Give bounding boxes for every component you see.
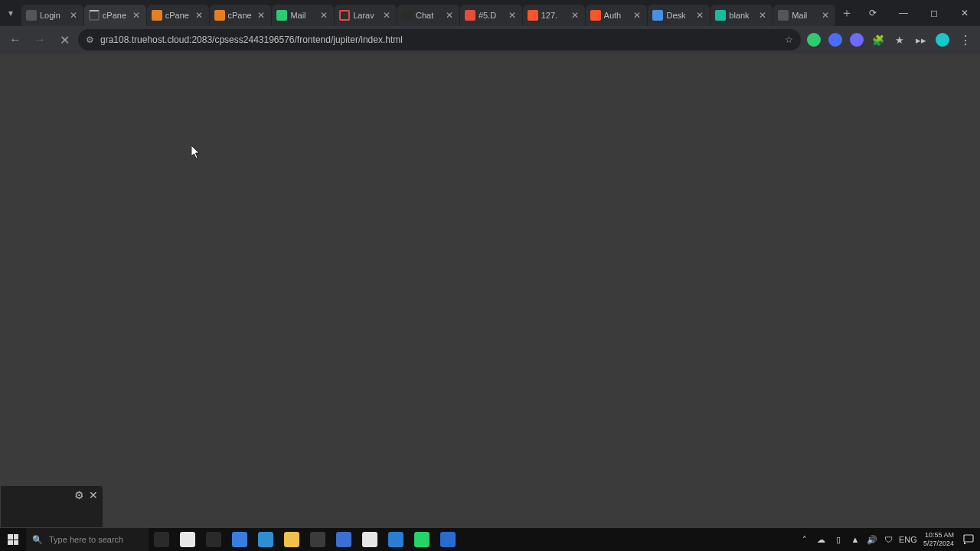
taskbar-app-app-white[interactable]: [175, 528, 201, 551]
tab-close-icon[interactable]: ✕: [381, 10, 392, 21]
taskbar-app-cortana[interactable]: [149, 528, 175, 551]
tray-security-icon[interactable]: 🛡: [880, 528, 897, 551]
app-white-icon: [180, 532, 195, 547]
tab-search-button[interactable]: ▾: [0, 0, 21, 26]
tab-close-icon[interactable]: ✕: [820, 10, 831, 21]
favicon-icon: [402, 10, 413, 21]
taskbar-search[interactable]: 🔍 Type here to search: [26, 528, 149, 551]
tab-close-icon[interactable]: ✕: [131, 10, 142, 21]
tray-wifi-icon[interactable]: ▲: [847, 528, 864, 551]
tab-close-icon[interactable]: ✕: [570, 10, 580, 21]
tab-5[interactable]: Larav✕: [335, 5, 397, 26]
taskbar-app-store[interactable]: [305, 528, 331, 551]
tab-title: 127.: [541, 11, 567, 20]
tray-overflow[interactable]: ˄: [796, 528, 813, 551]
search-icon: 🔍: [32, 535, 43, 545]
svg-rect-0: [964, 535, 973, 542]
toolbar: ← → ✕ ⚙ gra108.truehost.cloud:2083/cpses…: [0, 26, 980, 54]
mail-icon: [336, 532, 351, 547]
tab-11[interactable]: blank✕: [710, 5, 773, 26]
favicon-icon: [152, 10, 162, 21]
extension-profile[interactable]: [933, 30, 952, 50]
taskbar-app-word[interactable]: [435, 528, 461, 551]
back-button[interactable]: ←: [5, 29, 26, 51]
taskbar-clock[interactable]: 10:55 AM 5/27/2024: [919, 531, 959, 548]
action-center-button[interactable]: [959, 528, 978, 551]
favicon-icon: [528, 10, 538, 21]
taskbar-app-file-explorer[interactable]: [279, 528, 305, 551]
tab-title: Larav: [353, 11, 378, 20]
tab-8[interactable]: 127.✕: [523, 5, 585, 26]
bookmark-icon[interactable]: ☆: [785, 34, 793, 45]
extension-ext-6[interactable]: ▸▸: [911, 30, 931, 50]
maximize-button[interactable]: ◻: [919, 0, 949, 26]
tray-onedrive-icon[interactable]: ☁: [813, 528, 830, 551]
minimize-button[interactable]: —: [888, 0, 919, 26]
tab-close-icon[interactable]: ✕: [444, 10, 455, 21]
tray-battery-icon[interactable]: ▯: [830, 528, 847, 551]
taskbar-app-whatsapp[interactable]: [409, 528, 435, 551]
address-bar[interactable]: ⚙ gra108.truehost.cloud:2083/cpsess24431…: [78, 29, 801, 51]
extension-ext-1[interactable]: [804, 30, 824, 50]
vscode-icon: [388, 532, 403, 547]
tab-12[interactable]: Mail✕: [773, 5, 835, 26]
taskbar-app-chrome[interactable]: [357, 528, 383, 551]
favicon-icon: [465, 10, 475, 21]
tab-9[interactable]: Auth✕: [586, 5, 648, 26]
tab-4[interactable]: Mail✕: [272, 5, 334, 26]
close-window-button[interactable]: ✕: [949, 0, 980, 26]
tab-title: cPane: [228, 11, 253, 20]
tab-3[interactable]: cPane✕: [210, 5, 272, 26]
tab-0[interactable]: Login✕: [21, 5, 83, 26]
download-close-icon[interactable]: ✕: [89, 489, 98, 501]
tab-1[interactable]: cPane✕: [84, 5, 146, 26]
task-view-icon: [206, 532, 221, 547]
tab-title: Login: [40, 11, 65, 20]
start-button[interactable]: [0, 528, 26, 551]
site-info-icon[interactable]: ⚙: [86, 34, 94, 45]
tray-volume-icon[interactable]: 🔊: [864, 528, 880, 551]
tab-close-icon[interactable]: ✕: [256, 10, 266, 21]
tab-close-icon[interactable]: ✕: [694, 10, 705, 21]
browser-menu-button[interactable]: ⋮: [956, 33, 975, 47]
extension-ext-puzzle[interactable]: 🧩: [868, 30, 888, 50]
new-tab-button[interactable]: ＋: [836, 0, 858, 26]
browser-window: ▾ Login✕cPane✕cPane✕cPane✕Mail✕Larav✕Cha…: [0, 0, 980, 551]
download-shelf: ⚙ ✕: [0, 485, 103, 528]
tab-close-icon[interactable]: ✕: [507, 10, 518, 21]
url-text: gra108.truehost.cloud:2083/cpsess2443196…: [100, 34, 779, 45]
taskbar-app-mail[interactable]: [331, 528, 357, 551]
taskbar-app-edge[interactable]: [253, 528, 279, 551]
taskbar-app-task-view[interactable]: [201, 528, 227, 551]
tab-title: Desk: [666, 11, 691, 20]
tray-language[interactable]: ENG: [897, 528, 919, 551]
restore-dropdown[interactable]: ⟳: [858, 0, 888, 26]
tab-2[interactable]: cPane✕: [147, 5, 209, 26]
whatsapp-icon: [414, 532, 430, 547]
extension-ext-2[interactable]: [825, 30, 845, 50]
tab-close-icon[interactable]: ✕: [632, 10, 642, 21]
tab-close-icon[interactable]: ✕: [318, 10, 329, 21]
reload-button[interactable]: ✕: [54, 29, 75, 51]
tab-close-icon[interactable]: ✕: [194, 10, 204, 21]
download-settings-icon[interactable]: ⚙: [74, 489, 84, 501]
tab-close-icon[interactable]: ✕: [757, 10, 768, 21]
taskbar-apps: [149, 528, 461, 551]
favicon-icon: [339, 10, 350, 21]
extension-ext-3[interactable]: [847, 30, 867, 50]
chrome-icon: [362, 532, 377, 547]
extension-ext-5[interactable]: ★: [890, 30, 910, 50]
word-icon: [440, 532, 456, 547]
favicon-icon: [590, 10, 601, 21]
favicon-icon: [778, 10, 789, 21]
tab-close-icon[interactable]: ✕: [68, 10, 79, 21]
favicon-icon: [715, 10, 726, 21]
tab-6[interactable]: Chat✕: [397, 5, 459, 26]
tab-7[interactable]: #5.D✕: [460, 5, 522, 26]
tab-10[interactable]: Desk✕: [648, 5, 710, 26]
forward-button[interactable]: →: [29, 29, 51, 51]
taskbar-app-vscode[interactable]: [383, 528, 409, 551]
taskbar-app-copilot[interactable]: [227, 528, 253, 551]
tab-title: blank: [729, 11, 754, 20]
edge-icon: [258, 532, 273, 547]
